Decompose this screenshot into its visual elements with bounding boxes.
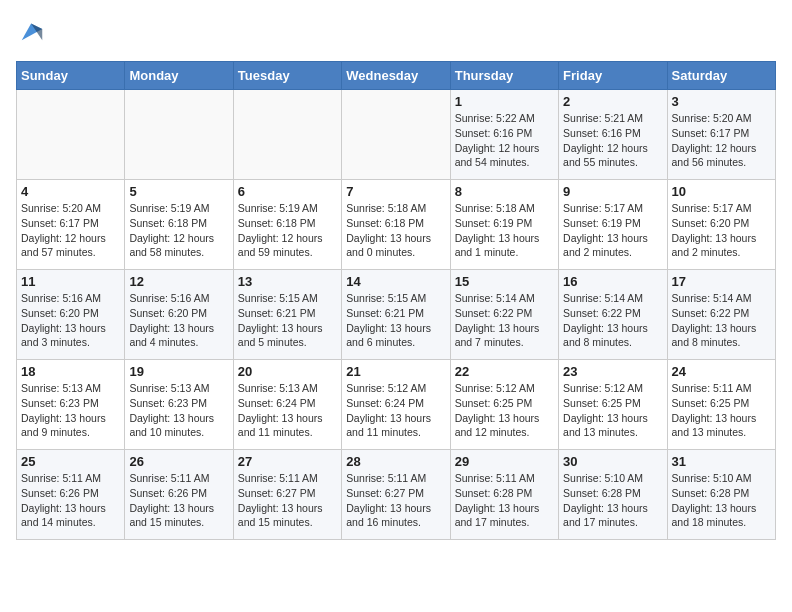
day-number: 28 [346,454,445,469]
calendar-cell: 18Sunrise: 5:13 AMSunset: 6:23 PMDayligh… [17,360,125,450]
header-row: SundayMondayTuesdayWednesdayThursdayFrid… [17,62,776,90]
calendar-cell: 14Sunrise: 5:15 AMSunset: 6:21 PMDayligh… [342,270,450,360]
calendar-cell: 10Sunrise: 5:17 AMSunset: 6:20 PMDayligh… [667,180,775,270]
day-info: Sunrise: 5:15 AMSunset: 6:21 PMDaylight:… [346,291,445,350]
day-info: Sunrise: 5:19 AMSunset: 6:18 PMDaylight:… [238,201,337,260]
day-info: Sunrise: 5:16 AMSunset: 6:20 PMDaylight:… [129,291,228,350]
day-number: 24 [672,364,771,379]
calendar-cell: 16Sunrise: 5:14 AMSunset: 6:22 PMDayligh… [559,270,667,360]
col-header-friday: Friday [559,62,667,90]
calendar-cell: 23Sunrise: 5:12 AMSunset: 6:25 PMDayligh… [559,360,667,450]
day-number: 9 [563,184,662,199]
calendar-cell: 28Sunrise: 5:11 AMSunset: 6:27 PMDayligh… [342,450,450,540]
day-info: Sunrise: 5:18 AMSunset: 6:18 PMDaylight:… [346,201,445,260]
day-number: 18 [21,364,120,379]
day-info: Sunrise: 5:20 AMSunset: 6:17 PMDaylight:… [672,111,771,170]
calendar-cell [342,90,450,180]
day-info: Sunrise: 5:14 AMSunset: 6:22 PMDaylight:… [563,291,662,350]
logo-icon [18,16,46,44]
day-number: 15 [455,274,554,289]
col-header-saturday: Saturday [667,62,775,90]
day-info: Sunrise: 5:14 AMSunset: 6:22 PMDaylight:… [455,291,554,350]
day-number: 6 [238,184,337,199]
calendar-week-1: 1Sunrise: 5:22 AMSunset: 6:16 PMDaylight… [17,90,776,180]
col-header-thursday: Thursday [450,62,558,90]
day-number: 26 [129,454,228,469]
day-info: Sunrise: 5:10 AMSunset: 6:28 PMDaylight:… [563,471,662,530]
calendar-week-2: 4Sunrise: 5:20 AMSunset: 6:17 PMDaylight… [17,180,776,270]
calendar-cell: 19Sunrise: 5:13 AMSunset: 6:23 PMDayligh… [125,360,233,450]
day-number: 23 [563,364,662,379]
calendar-cell: 15Sunrise: 5:14 AMSunset: 6:22 PMDayligh… [450,270,558,360]
day-number: 31 [672,454,771,469]
day-info: Sunrise: 5:11 AMSunset: 6:27 PMDaylight:… [346,471,445,530]
calendar-cell: 29Sunrise: 5:11 AMSunset: 6:28 PMDayligh… [450,450,558,540]
day-info: Sunrise: 5:13 AMSunset: 6:24 PMDaylight:… [238,381,337,440]
col-header-wednesday: Wednesday [342,62,450,90]
calendar-cell: 30Sunrise: 5:10 AMSunset: 6:28 PMDayligh… [559,450,667,540]
day-info: Sunrise: 5:19 AMSunset: 6:18 PMDaylight:… [129,201,228,260]
day-info: Sunrise: 5:17 AMSunset: 6:19 PMDaylight:… [563,201,662,260]
day-number: 4 [21,184,120,199]
calendar-cell: 20Sunrise: 5:13 AMSunset: 6:24 PMDayligh… [233,360,341,450]
day-number: 1 [455,94,554,109]
day-info: Sunrise: 5:14 AMSunset: 6:22 PMDaylight:… [672,291,771,350]
day-number: 25 [21,454,120,469]
day-info: Sunrise: 5:11 AMSunset: 6:28 PMDaylight:… [455,471,554,530]
day-number: 7 [346,184,445,199]
calendar-cell: 9Sunrise: 5:17 AMSunset: 6:19 PMDaylight… [559,180,667,270]
day-number: 29 [455,454,554,469]
day-number: 16 [563,274,662,289]
calendar-cell: 7Sunrise: 5:18 AMSunset: 6:18 PMDaylight… [342,180,450,270]
page-header [16,16,776,49]
day-number: 13 [238,274,337,289]
col-header-tuesday: Tuesday [233,62,341,90]
day-info: Sunrise: 5:10 AMSunset: 6:28 PMDaylight:… [672,471,771,530]
day-number: 8 [455,184,554,199]
calendar-cell: 1Sunrise: 5:22 AMSunset: 6:16 PMDaylight… [450,90,558,180]
day-info: Sunrise: 5:11 AMSunset: 6:25 PMDaylight:… [672,381,771,440]
day-number: 14 [346,274,445,289]
calendar-cell [233,90,341,180]
day-info: Sunrise: 5:15 AMSunset: 6:21 PMDaylight:… [238,291,337,350]
day-info: Sunrise: 5:20 AMSunset: 6:17 PMDaylight:… [21,201,120,260]
day-number: 22 [455,364,554,379]
calendar-cell: 4Sunrise: 5:20 AMSunset: 6:17 PMDaylight… [17,180,125,270]
logo-text [16,16,46,49]
day-number: 21 [346,364,445,379]
day-number: 19 [129,364,228,379]
calendar-cell [17,90,125,180]
day-info: Sunrise: 5:22 AMSunset: 6:16 PMDaylight:… [455,111,554,170]
day-info: Sunrise: 5:12 AMSunset: 6:25 PMDaylight:… [563,381,662,440]
day-info: Sunrise: 5:12 AMSunset: 6:25 PMDaylight:… [455,381,554,440]
calendar-cell: 2Sunrise: 5:21 AMSunset: 6:16 PMDaylight… [559,90,667,180]
col-header-sunday: Sunday [17,62,125,90]
calendar-week-4: 18Sunrise: 5:13 AMSunset: 6:23 PMDayligh… [17,360,776,450]
day-info: Sunrise: 5:11 AMSunset: 6:26 PMDaylight:… [129,471,228,530]
day-number: 30 [563,454,662,469]
day-number: 20 [238,364,337,379]
calendar-cell: 24Sunrise: 5:11 AMSunset: 6:25 PMDayligh… [667,360,775,450]
calendar-week-5: 25Sunrise: 5:11 AMSunset: 6:26 PMDayligh… [17,450,776,540]
calendar-cell: 26Sunrise: 5:11 AMSunset: 6:26 PMDayligh… [125,450,233,540]
day-info: Sunrise: 5:18 AMSunset: 6:19 PMDaylight:… [455,201,554,260]
calendar-cell: 11Sunrise: 5:16 AMSunset: 6:20 PMDayligh… [17,270,125,360]
day-info: Sunrise: 5:16 AMSunset: 6:20 PMDaylight:… [21,291,120,350]
day-info: Sunrise: 5:11 AMSunset: 6:26 PMDaylight:… [21,471,120,530]
day-number: 11 [21,274,120,289]
calendar-cell: 31Sunrise: 5:10 AMSunset: 6:28 PMDayligh… [667,450,775,540]
day-info: Sunrise: 5:13 AMSunset: 6:23 PMDaylight:… [129,381,228,440]
day-info: Sunrise: 5:13 AMSunset: 6:23 PMDaylight:… [21,381,120,440]
calendar-cell: 17Sunrise: 5:14 AMSunset: 6:22 PMDayligh… [667,270,775,360]
calendar-cell: 13Sunrise: 5:15 AMSunset: 6:21 PMDayligh… [233,270,341,360]
day-number: 5 [129,184,228,199]
logo [16,16,46,49]
calendar-cell: 5Sunrise: 5:19 AMSunset: 6:18 PMDaylight… [125,180,233,270]
calendar-cell: 12Sunrise: 5:16 AMSunset: 6:20 PMDayligh… [125,270,233,360]
day-number: 2 [563,94,662,109]
calendar-cell: 3Sunrise: 5:20 AMSunset: 6:17 PMDaylight… [667,90,775,180]
day-info: Sunrise: 5:12 AMSunset: 6:24 PMDaylight:… [346,381,445,440]
day-number: 27 [238,454,337,469]
calendar-table: SundayMondayTuesdayWednesdayThursdayFrid… [16,61,776,540]
day-info: Sunrise: 5:21 AMSunset: 6:16 PMDaylight:… [563,111,662,170]
